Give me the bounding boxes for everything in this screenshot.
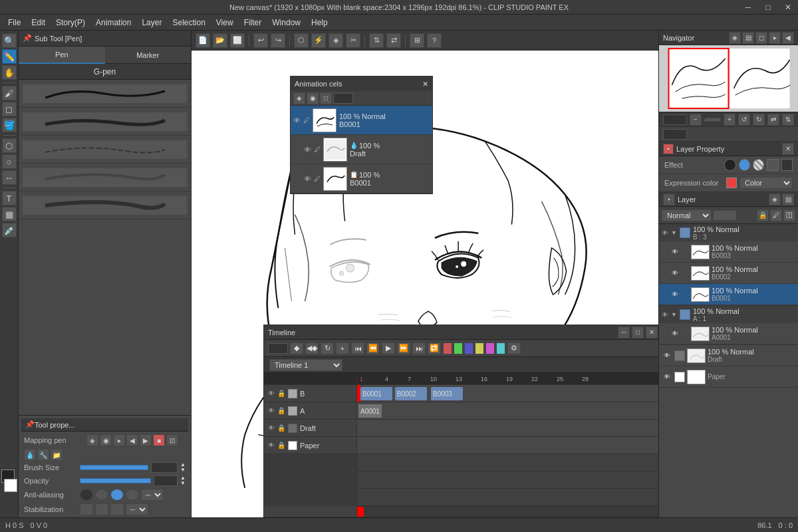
tool-pen[interactable]: ✏️ [2, 49, 17, 64]
tl-cell-b0003[interactable]: B0003 [431, 387, 463, 400]
b0003-vis[interactable]: 👁 [670, 247, 680, 257]
mapping-btn-2[interactable]: ◉ [100, 434, 112, 446]
tl-header-btn-1[interactable]: ─ [618, 327, 630, 338]
layer-blend-select[interactable]: Normal Multiply Screen [662, 209, 712, 221]
nav-zoom-slider[interactable] [704, 118, 721, 122]
stab-1[interactable] [80, 503, 93, 515]
tool-select[interactable]: ⬡ [2, 138, 17, 153]
layer-group-b-header[interactable]: 👁 ▼ 100 % Normal B : 3 [659, 224, 798, 241]
aa-none[interactable] [80, 489, 93, 501]
effect-rect-2[interactable] [781, 159, 793, 171]
brush-item[interactable] [19, 164, 191, 192]
new-layer-btn[interactable]: 📄 [196, 33, 210, 48]
grid-btn[interactable]: ⊞ [410, 33, 424, 48]
flip-h-btn[interactable]: ⇄ [386, 33, 401, 48]
mapping-btn-6[interactable]: ■ [153, 434, 165, 446]
menu-story[interactable]: Story(P) [51, 17, 90, 29]
tl-btn-play[interactable]: ▶ [382, 342, 395, 354]
nav-btn-1[interactable]: ◈ [729, 32, 741, 44]
menu-help[interactable]: Help [306, 17, 333, 29]
cels-tool-3[interactable]: □ [320, 92, 332, 104]
menu-window[interactable]: Window [267, 17, 306, 29]
effect-circle-bw[interactable] [724, 159, 735, 171]
group-b-vis[interactable]: 👁 [662, 229, 668, 237]
lock-draw-btn[interactable]: 🖊 [770, 209, 782, 221]
timeline-name-select[interactable]: Timeline 1 [269, 359, 342, 371]
menu-edit[interactable]: Edit [26, 17, 51, 29]
menu-layer[interactable]: Layer [136, 17, 167, 29]
tl-frame-end[interactable]: 120 [268, 343, 288, 354]
cel-item-b0001-sub[interactable]: 👁 🖊 📋 100 % B0001 [291, 164, 432, 194]
flip-v-btn[interactable]: ⇅ [369, 33, 384, 48]
expr-color-select[interactable]: Color Monochrome Gray [739, 177, 793, 189]
cel-lock-2[interactable]: 🖊 [314, 146, 321, 153]
tl-btn-step-fwd[interactable]: ⏩ [397, 342, 410, 354]
tl-eye-paper[interactable]: 👁 [268, 442, 275, 449]
nav-btn-5[interactable]: ◀ [782, 32, 794, 44]
nav-flip-h[interactable]: ⇄ [767, 114, 779, 126]
aa-medium[interactable] [110, 489, 124, 501]
nav-rot-1[interactable]: ↺ [738, 114, 750, 126]
brush-size-slider-container[interactable] [80, 465, 148, 470]
tl-col-6[interactable] [496, 342, 505, 354]
tl-btn-prev-key[interactable]: ◀◆ [305, 342, 319, 354]
tool-transform[interactable]: ↔ [2, 170, 17, 185]
effect-circle-checker[interactable] [753, 159, 764, 171]
tl-cell-b0001[interactable]: B0001 [360, 387, 392, 400]
rect-btn[interactable]: ⬜ [230, 33, 245, 48]
menu-animation[interactable]: Animation [90, 17, 136, 29]
opacity-down[interactable]: ▼ [180, 481, 186, 486]
tl-settings[interactable]: ⚙ [507, 342, 521, 354]
menu-file[interactable]: File [3, 17, 26, 29]
effect-rect-1[interactable] [767, 159, 778, 171]
tl-btn-prev[interactable]: ⏮ [351, 342, 364, 354]
aa-select[interactable]: ─ [141, 489, 164, 501]
tool-eyedrop[interactable]: 💉 [2, 223, 17, 237]
layer-b0002[interactable]: 👁 100 % Normal B0002 [659, 263, 798, 284]
open-btn[interactable]: 📂 [213, 33, 227, 48]
tool-text[interactable]: T [2, 191, 17, 205]
tl-lock-paper[interactable]: 🔒 [277, 442, 285, 449]
lock-all-btn[interactable]: ⚿ [783, 209, 795, 221]
mapping-btn-3[interactable]: ▸ [113, 434, 125, 446]
minimize-button[interactable]: ─ [738, 0, 758, 15]
group-b-fold[interactable]: ▼ [671, 229, 677, 236]
layer-draft[interactable]: 👁 100 % Normal Draft [659, 345, 798, 366]
tool-brush[interactable]: 🖌 [2, 86, 17, 100]
mapping-btn-7[interactable]: ⊡ [166, 434, 178, 446]
tl-btn-loop[interactable]: ↻ [321, 342, 334, 354]
tl-track-paper[interactable]: 👁 🔒 Paper [264, 437, 356, 454]
tl-lock-b[interactable]: 🔒 [277, 390, 285, 397]
layer-opacity-input[interactable]: 100 [713, 210, 737, 221]
tl-btn-add[interactable]: + [336, 342, 349, 354]
tl-close[interactable]: ✕ [646, 327, 658, 338]
help-btn[interactable]: ? [427, 33, 442, 48]
tool-fill[interactable]: 🪣 [2, 118, 17, 132]
sub-ctrl-3[interactable]: 📁 [51, 449, 63, 461]
layer-b0001[interactable]: 👁 100 % Normal B0001 [659, 284, 798, 305]
cel-eye-3[interactable]: 👁 [304, 175, 311, 183]
tl-cell-a0001[interactable]: A0001 [358, 404, 382, 418]
paper-vis[interactable]: 👁 [662, 372, 672, 382]
tl-btn-end[interactable]: ⏭ [412, 342, 426, 354]
select3-btn[interactable]: ◈ [329, 33, 343, 48]
draft-vis[interactable]: 👁 [662, 350, 672, 361]
tool-eraser[interactable]: ◻ [2, 102, 17, 116]
menu-filter[interactable]: Filter [239, 17, 267, 29]
tl-eye-a[interactable]: 👁 [268, 407, 275, 414]
cels-tool-1[interactable]: ◈ [293, 92, 305, 104]
stab-3[interactable] [110, 503, 124, 515]
undo-btn[interactable]: ↩ [253, 33, 268, 48]
nav-btn-2[interactable]: ▤ [742, 32, 754, 44]
layer-btn-2[interactable]: ▤ [782, 194, 794, 205]
sub-ctrl-1[interactable]: 💧 [24, 449, 36, 461]
layer-b0003[interactable]: 👁 100 % Normal B0003 [659, 241, 798, 263]
mapping-btn-5[interactable]: ▶ [140, 434, 152, 446]
tl-cell-b0002[interactable]: B0002 [395, 387, 427, 400]
nav-rot-2[interactable]: ↻ [753, 114, 765, 126]
nav-btn-3[interactable]: ◻ [755, 32, 767, 44]
brush-size-slider[interactable] [80, 465, 148, 470]
tl-header-btn-2[interactable]: □ [632, 327, 644, 338]
stab-2[interactable] [95, 503, 108, 515]
tl-btn-loop2[interactable]: 🔁 [428, 342, 441, 354]
